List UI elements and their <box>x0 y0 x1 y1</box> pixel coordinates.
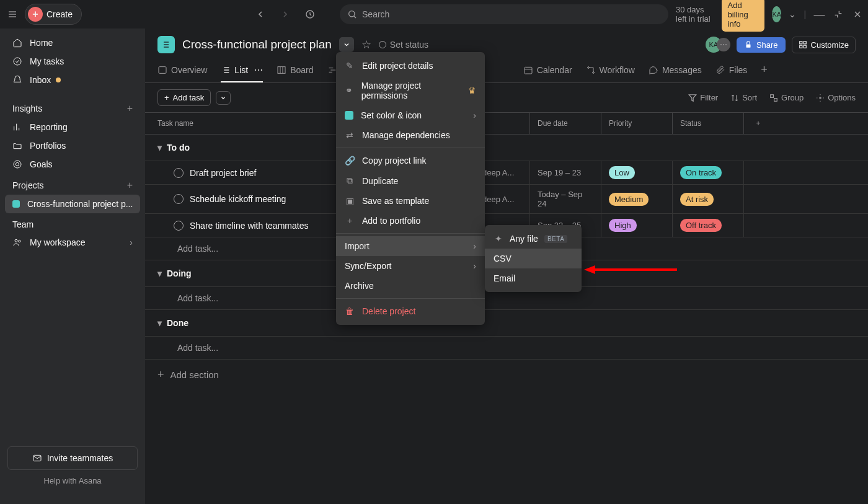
sidebar-header-team[interactable]: Team <box>0 213 145 233</box>
tab-workflow[interactable]: Workflow <box>586 58 635 82</box>
create-button[interactable]: + Create <box>25 4 82 25</box>
search-input[interactable]: Search <box>340 4 668 24</box>
nav-back-icon[interactable] <box>250 4 270 24</box>
star-icon[interactable]: ☆ <box>361 38 371 51</box>
svg-rect-40 <box>771 94 774 97</box>
options-button[interactable]: Options <box>816 93 856 102</box>
submenu-csv[interactable]: CSV <box>485 249 582 268</box>
chevron-down-icon <box>343 41 350 48</box>
check-circle-icon[interactable] <box>174 194 184 204</box>
sidebar-header-insights[interactable]: Insights+ <box>0 97 145 118</box>
submenu-any-file[interactable]: ✦Any fileBETA <box>485 229 582 249</box>
menu-permissions[interactable]: ⚭Manage project permissions♛ <box>336 76 485 105</box>
menu-save-template[interactable]: ▣Save as template <box>336 191 485 211</box>
plus-icon[interactable]: + <box>127 180 133 191</box>
help-link[interactable]: Help with Asana <box>7 470 138 492</box>
menu-copy-link[interactable]: 🔗Copy project link <box>336 151 485 170</box>
workflow-icon <box>586 65 596 75</box>
sidebar: Home My tasks Inbox Insights+ Reporting … <box>0 29 145 504</box>
group-button[interactable]: Group <box>769 93 804 102</box>
column-due-date[interactable]: Due date <box>530 113 601 134</box>
options-icon <box>816 94 825 102</box>
section-todo[interactable]: ▾To do <box>145 135 868 161</box>
check-circle-icon[interactable] <box>174 221 184 231</box>
sidebar-item-reporting[interactable]: Reporting <box>0 118 145 136</box>
overview-icon <box>157 65 167 75</box>
board-icon <box>277 65 286 75</box>
add-section-button[interactable]: +Add section <box>145 360 868 390</box>
menu-add-portfolio[interactable]: +Add to portfolio <box>336 211 485 231</box>
chevron-right-icon: › <box>473 261 476 271</box>
add-member-button[interactable]: ⋯ <box>717 38 730 51</box>
column-priority[interactable]: Priority <box>601 113 673 134</box>
customize-button[interactable]: Customize <box>792 37 856 53</box>
status-pill: At risk <box>680 193 714 206</box>
menu-import[interactable]: Import› <box>336 236 485 256</box>
sidebar-item-inbox[interactable]: Inbox <box>0 71 145 89</box>
hamburger-icon[interactable] <box>7 4 17 24</box>
status-circle-icon <box>379 41 386 48</box>
chevron-down-icon[interactable]: ⌄ <box>789 9 796 19</box>
menu-duplicate[interactable]: ⧉Duplicate <box>336 170 485 191</box>
add-task-dropdown[interactable] <box>216 91 231 105</box>
menu-dependencies[interactable]: ⇄Manage dependencies <box>336 125 485 145</box>
column-status[interactable]: Status <box>673 113 744 134</box>
tab-calendar[interactable]: Calendar <box>523 58 572 82</box>
project-menu-button[interactable] <box>339 37 354 52</box>
history-icon[interactable] <box>300 4 320 24</box>
mail-icon <box>32 453 42 463</box>
group-icon <box>769 94 778 102</box>
svg-rect-21 <box>799 42 802 44</box>
sort-button[interactable]: Sort <box>730 93 757 102</box>
sidebar-item-mytasks[interactable]: My tasks <box>0 52 145 71</box>
menu-edit-details[interactable]: ✎Edit project details <box>336 56 485 76</box>
task-row[interactable]: Schedule kickoff meeting arandeep A... T… <box>145 185 868 214</box>
svg-line-5 <box>354 16 356 18</box>
share-button[interactable]: Share <box>737 37 786 53</box>
nav-forward-icon[interactable] <box>275 4 295 24</box>
search-icon <box>347 9 357 19</box>
search-placeholder: Search <box>362 9 389 19</box>
invite-button[interactable]: Invite teammates <box>7 446 138 470</box>
add-task-button[interactable]: +Add task <box>157 89 211 106</box>
sidebar-header-projects[interactable]: Projects+ <box>0 174 145 195</box>
menu-delete-project[interactable]: 🗑Delete project <box>336 301 485 321</box>
sidebar-item-workspace[interactable]: My workspace› <box>0 233 145 252</box>
sidebar-item-goals[interactable]: Goals <box>0 155 145 174</box>
section-done[interactable]: ▾Done <box>145 310 868 337</box>
add-tab-button[interactable]: + <box>761 58 768 82</box>
add-column-button[interactable]: + <box>744 113 773 134</box>
check-circle-icon[interactable] <box>174 168 184 178</box>
minimize-icon[interactable]: — <box>813 4 825 24</box>
sidebar-item-project[interactable]: Cross-functional project p... <box>5 195 140 213</box>
menu-sync-export[interactable]: Sync/Export› <box>336 256 485 276</box>
tab-messages[interactable]: Messages <box>649 58 702 82</box>
sidebar-item-portfolios[interactable]: Portfolios <box>0 136 145 155</box>
collapse-icon[interactable] <box>833 4 844 24</box>
chevron-right-icon: › <box>473 241 476 251</box>
folder-icon <box>12 141 22 151</box>
submenu-email[interactable]: Email <box>485 268 582 288</box>
project-icon <box>157 36 175 53</box>
billing-button[interactable]: Add billing info <box>722 0 765 32</box>
more-icon[interactable]: ⋯ <box>254 65 263 75</box>
set-status-button[interactable]: Set status <box>379 40 428 50</box>
menu-set-color[interactable]: Set color & icon› <box>336 105 485 125</box>
svg-rect-24 <box>804 45 806 48</box>
filter-button[interactable]: Filter <box>688 93 718 102</box>
svg-point-14 <box>15 239 17 242</box>
project-color-icon <box>12 200 20 208</box>
user-avatar[interactable]: KA <box>772 6 781 22</box>
task-row[interactable]: Draft project brief arandeep A... Sep 19… <box>145 161 868 185</box>
notification-dot-icon <box>56 77 61 82</box>
sidebar-item-home[interactable]: Home <box>0 33 145 52</box>
tab-overview[interactable]: Overview <box>157 58 207 82</box>
tab-board[interactable]: Board <box>277 58 313 82</box>
list-icon <box>221 65 231 75</box>
tab-list[interactable]: List⋯ <box>221 58 263 82</box>
plus-icon[interactable]: + <box>127 103 133 114</box>
tab-files[interactable]: Files <box>715 58 748 82</box>
add-task-row[interactable]: Add task... <box>145 337 868 360</box>
close-icon[interactable] <box>852 4 864 24</box>
menu-archive[interactable]: Archive <box>336 276 485 296</box>
